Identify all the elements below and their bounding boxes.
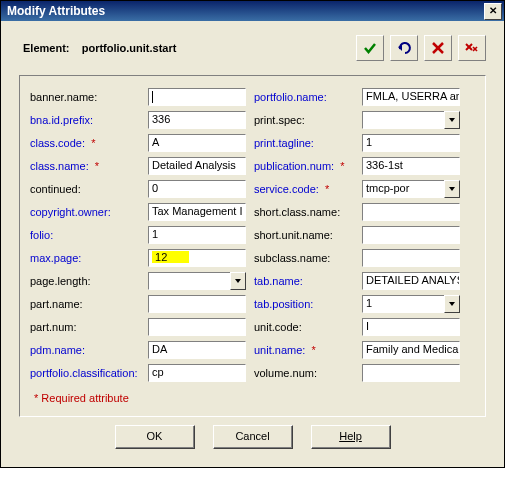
input-banner-name[interactable]	[148, 88, 246, 106]
input-volume-num[interactable]	[362, 364, 460, 382]
input-max-page[interactable]: 12	[148, 249, 246, 267]
label-class-code: class.code: *	[30, 137, 140, 149]
svg-marker-9	[235, 279, 241, 283]
chevron-down-icon[interactable]	[444, 295, 460, 313]
combo-print-spec[interactable]	[362, 111, 460, 129]
label-part-name: part.name:	[30, 298, 140, 310]
input-short-class-name[interactable]	[362, 203, 460, 221]
delete-button[interactable]	[424, 35, 452, 61]
combo-page-length[interactable]	[148, 272, 246, 290]
chevron-down-icon[interactable]	[444, 180, 460, 198]
input-pdm-name[interactable]: DA	[148, 341, 246, 359]
label-banner-name: banner.name:	[30, 91, 140, 103]
label-folio: folio:	[30, 229, 140, 241]
input-tab-name[interactable]: DETAILED ANALYSI	[362, 272, 460, 290]
input-unit-name[interactable]: Family and Medical	[362, 341, 460, 359]
svg-marker-7	[449, 118, 455, 122]
combo-service-code[interactable]: tmcp-por	[362, 180, 460, 198]
label-volume-num: volume.num:	[254, 367, 354, 379]
ok-button[interactable]: OK	[115, 425, 195, 449]
input-publication-num[interactable]: 336-1st	[362, 157, 460, 175]
input-subclass-name[interactable]	[362, 249, 460, 267]
combo-tab-position[interactable]: 1	[362, 295, 460, 313]
delete-all-button[interactable]	[458, 35, 486, 61]
label-unit-name: unit.name: *	[254, 344, 354, 356]
undo-icon	[396, 40, 412, 56]
svg-marker-10	[449, 302, 455, 306]
element-label: Element:	[23, 42, 69, 54]
label-publication-num: publication.num: *	[254, 160, 354, 172]
label-subclass-name: subclass.name:	[254, 252, 354, 264]
label-tab-position: tab.position:	[254, 298, 354, 310]
element-value: portfolio.unit.start	[82, 42, 177, 54]
header-row: Element: portfolio.unit.start	[1, 21, 504, 67]
input-bna-id-prefix[interactable]: 336	[148, 111, 246, 129]
cancel-button[interactable]: Cancel	[213, 425, 293, 449]
label-class-name: class.name: *	[30, 160, 140, 172]
input-continued[interactable]: 0	[148, 180, 246, 198]
label-portfolio-name: portfolio.name:	[254, 91, 354, 103]
label-max-page: max.page:	[30, 252, 140, 264]
label-part-num: part.num:	[30, 321, 140, 333]
svg-marker-8	[449, 187, 455, 191]
xx-icon	[464, 40, 480, 56]
input-short-unit-name[interactable]	[362, 226, 460, 244]
dialog-buttons: OK Cancel Help	[1, 417, 504, 467]
input-part-num[interactable]	[148, 318, 246, 336]
label-pdm-name: pdm.name:	[30, 344, 140, 356]
help-button[interactable]: Help	[311, 425, 391, 449]
input-folio[interactable]: 1	[148, 226, 246, 244]
chevron-down-icon[interactable]	[230, 272, 246, 290]
label-page-length: page.length:	[30, 275, 140, 287]
input-class-code[interactable]: A	[148, 134, 246, 152]
input-print-tagline[interactable]: 1	[362, 134, 460, 152]
title-bar: Modify Attributes ✕	[1, 1, 504, 21]
close-icon[interactable]: ✕	[484, 3, 502, 20]
label-copyright-owner: copyright.owner:	[30, 206, 140, 218]
label-print-spec: print.spec:	[254, 114, 354, 126]
label-continued: continued:	[30, 183, 140, 195]
chevron-down-icon[interactable]	[444, 111, 460, 129]
input-copyright-owner[interactable]: Tax Management I	[148, 203, 246, 221]
check-icon	[362, 40, 378, 56]
attributes-form: banner.name: portfolio.name: FMLA, USERR…	[19, 75, 486, 417]
modify-attributes-window: Modify Attributes ✕ Element: portfolio.u…	[0, 0, 505, 468]
label-portfolio-classification: portfolio.classification:	[30, 367, 140, 379]
apply-button[interactable]	[356, 35, 384, 61]
undo-button[interactable]	[390, 35, 418, 61]
input-portfolio-classification[interactable]: cp	[148, 364, 246, 382]
label-print-tagline: print.tagline:	[254, 137, 354, 149]
input-portfolio-name[interactable]: FMLA, USERRA and	[362, 88, 460, 106]
window-title: Modify Attributes	[7, 4, 105, 18]
input-part-name[interactable]	[148, 295, 246, 313]
x-icon	[430, 40, 446, 56]
input-class-name[interactable]: Detailed Analysis	[148, 157, 246, 175]
label-short-unit-name: short.unit.name:	[254, 229, 354, 241]
label-short-class-name: short.class.name:	[254, 206, 354, 218]
required-note: * Required attribute	[34, 392, 479, 404]
label-tab-name: tab.name:	[254, 275, 354, 287]
element-path: Element: portfolio.unit.start	[23, 42, 176, 54]
input-unit-code[interactable]: I	[362, 318, 460, 336]
toolbar	[356, 35, 486, 61]
label-service-code: service.code: *	[254, 183, 354, 195]
label-unit-code: unit.code:	[254, 321, 354, 333]
label-bna-id-prefix: bna.id.prefix:	[30, 114, 140, 126]
